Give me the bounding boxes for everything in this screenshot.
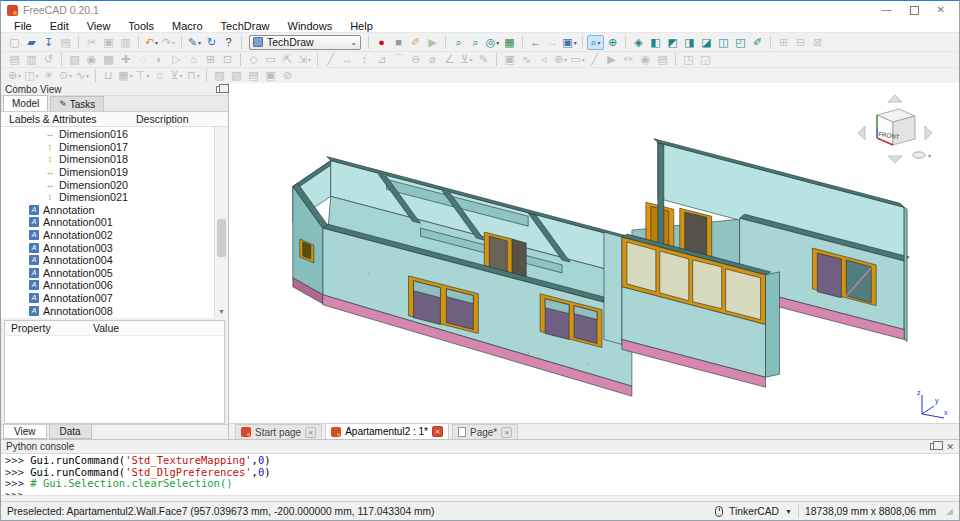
close-tab-icon[interactable]: × xyxy=(432,426,443,437)
td-annot-cosmetic-button[interactable]: ▭▾ xyxy=(569,52,586,67)
td-dim-length-button[interactable]: ╱ xyxy=(322,52,339,67)
td-ext-vertex-chain-button[interactable]: ◫▾ xyxy=(23,68,40,83)
td-hide-frames-button[interactable]: ⊘ xyxy=(279,68,296,83)
td-arch-view-button[interactable]: ⌂ xyxy=(185,52,202,67)
menu-techdraw[interactable]: TechDraw xyxy=(212,20,279,32)
td-dim-diameter-button[interactable]: ⌀ xyxy=(424,52,441,67)
tree-item[interactable]: ↕Dimension021 xyxy=(1,191,228,204)
td-ext-ppgroup-button[interactable]: ⊔ xyxy=(100,68,117,83)
menu-help[interactable]: Help xyxy=(341,20,382,32)
menu-tools[interactable]: Tools xyxy=(119,20,163,32)
td-dim-arc-button[interactable]: ⌒ xyxy=(390,52,407,67)
zoom-tool-button[interactable]: ⌕▾ xyxy=(587,35,604,50)
clip-plane-button[interactable]: ⊞ xyxy=(775,35,792,50)
td-annot-leader-button[interactable]: ∿ xyxy=(518,52,535,67)
td-active-view-button[interactable]: ◉ xyxy=(83,52,100,67)
close-tab-icon[interactable]: × xyxy=(305,427,316,438)
view-top-button[interactable]: ◩ xyxy=(664,35,681,50)
macro-stop-button[interactable]: ■ xyxy=(390,35,407,50)
draw-style-button[interactable]: ◎▾ xyxy=(484,35,501,50)
td-dim-horizontal-button[interactable]: ↔ xyxy=(339,52,356,67)
td-dim-angle3pt-button[interactable]: ∠ xyxy=(441,52,458,67)
nav-cylinder-icon[interactable] xyxy=(913,152,925,158)
td-detail-view-button[interactable]: ◐ xyxy=(151,52,168,67)
view-axonometric-button[interactable]: ◈ xyxy=(630,35,647,50)
td-annot-hole-axis-button[interactable]: ◉ xyxy=(637,52,654,67)
section-cut-button[interactable]: ⊠ xyxy=(809,35,826,50)
td-clip-group-button[interactable]: ⊡ xyxy=(219,52,236,67)
float-console-icon[interactable] xyxy=(930,443,938,450)
td-redraw-page-button[interactable]: ↺ xyxy=(40,52,57,67)
tree-item[interactable]: AAnnotation004 xyxy=(1,254,228,267)
tree-item[interactable]: AAnnotation008 xyxy=(1,304,228,317)
td-ext-arch-button[interactable]: ⌂ xyxy=(151,68,168,83)
td-annot-rich-button[interactable]: ◃ xyxy=(535,52,552,67)
float-panel-icon[interactable] xyxy=(216,86,224,93)
tab-tasks[interactable]: ✎Tasks xyxy=(50,96,104,111)
new-file-button[interactable]: ▢ xyxy=(6,35,23,50)
nav-back-button[interactable]: ← xyxy=(527,35,544,50)
tab-view[interactable]: View xyxy=(3,425,47,439)
td-clip-add-button[interactable]: ▭ xyxy=(262,52,279,67)
td-draft-view-button[interactable]: ▷ xyxy=(168,52,185,67)
scrollbar-thumb[interactable] xyxy=(217,219,226,257)
workbench-selector[interactable]: TechDraw⌄ xyxy=(249,35,361,50)
tree-item[interactable]: AAnnotation xyxy=(1,204,228,217)
td-annot-surface-button[interactable]: ✏ xyxy=(620,52,637,67)
document-tab[interactable]: Apartamentul2 : 1*× xyxy=(325,423,449,439)
persistent-section-button[interactable]: ⊟ xyxy=(792,35,809,50)
close-console-icon[interactable]: ✕ xyxy=(946,442,954,452)
print-button[interactable]: ▤ xyxy=(57,35,74,50)
td-ext-circle-center-button[interactable]: ⊕▾ xyxy=(6,68,23,83)
open-file-button[interactable]: ▰ xyxy=(23,35,40,50)
td-ext-chamfer-button[interactable]: ⊤▾ xyxy=(134,68,151,83)
tree-item[interactable]: AAnnotation002 xyxy=(1,229,228,242)
td-dim-vertical-button[interactable]: ↕ xyxy=(356,52,373,67)
tab-model[interactable]: Model xyxy=(3,95,48,111)
td-ext-anchor-button[interactable]: ⊻▾ xyxy=(168,68,185,83)
3d-model[interactable] xyxy=(229,83,959,423)
td-stack-up-button[interactable]: ▧ xyxy=(228,68,245,83)
box-element-selection-button[interactable]: ⌕ xyxy=(450,35,467,50)
tree-item[interactable]: AAnnotation005 xyxy=(1,267,228,280)
tree-item[interactable]: AAnnotation001 xyxy=(1,216,228,229)
tree-item[interactable]: ↔Dimension016 xyxy=(1,128,228,141)
td-ext-change-line-button[interactable]: ◲ xyxy=(697,52,714,67)
menu-windows[interactable]: Windows xyxy=(279,20,342,32)
document-tab[interactable]: Page*× xyxy=(452,424,518,439)
td-ext-parallel-button[interactable]: ∿▾ xyxy=(74,68,91,83)
tree-item[interactable]: ↔Dimension020 xyxy=(1,178,228,191)
td-dim-repair-button[interactable]: ✎ xyxy=(475,52,492,67)
redo-button[interactable]: ↷▾ xyxy=(160,35,177,50)
td-complex-section-button[interactable]: ◌ xyxy=(134,52,151,67)
td-stack-bottom-button[interactable]: ▣ xyxy=(262,68,279,83)
refresh-button[interactable]: ↻ xyxy=(203,35,220,50)
td-export-svg-button[interactable]: ⇱ xyxy=(279,52,296,67)
macro-play-button[interactable]: ▶ xyxy=(424,35,441,50)
td-ext-select-line-button[interactable]: ◳ xyxy=(680,52,697,67)
td-annot-image-button[interactable]: ▤ xyxy=(654,52,671,67)
td-insert-page-button[interactable]: ▤ xyxy=(6,52,23,67)
python-console-input[interactable]: >>> Gui.runCommand('Std_TextureMapping',… xyxy=(1,454,959,495)
paste-button[interactable]: ▥ xyxy=(117,35,134,50)
nav-style-label[interactable]: TinkerCAD xyxy=(729,506,779,517)
tree-item[interactable]: AAnnotation003 xyxy=(1,241,228,254)
tree-item[interactable]: ↕Dimension017 xyxy=(1,141,228,154)
tree-scrollbar[interactable]: ▲ ▼ xyxy=(214,127,228,318)
menu-file[interactable]: File xyxy=(5,20,41,32)
view-front-button[interactable]: ◧ xyxy=(647,35,664,50)
td-annot-centerline-button[interactable]: ╱ xyxy=(586,52,603,67)
undo-button[interactable]: ↶▾ xyxy=(143,35,160,50)
td-section-view-button[interactable]: ✚ xyxy=(117,52,134,67)
td-stack-top-button[interactable]: ▨ xyxy=(211,68,228,83)
td-dim-angle-button[interactable]: ⊿ xyxy=(373,52,390,67)
td-ext-cascade-button[interactable]: ⊓▾ xyxy=(185,68,202,83)
menu-edit[interactable]: Edit xyxy=(41,20,78,32)
menu-macro[interactable]: Macro xyxy=(163,20,212,32)
td-spreadsheet-view-button[interactable]: ⊞ xyxy=(202,52,219,67)
view-rear-button[interactable]: ◪ xyxy=(698,35,715,50)
td-ext-thread-button[interactable]: ✳ xyxy=(40,68,57,83)
edit-mode-button[interactable]: ✎▾ xyxy=(186,35,203,50)
nav-style-caret-icon[interactable]: ▼ xyxy=(785,508,792,515)
view-left-button[interactable]: ◰ xyxy=(732,35,749,50)
